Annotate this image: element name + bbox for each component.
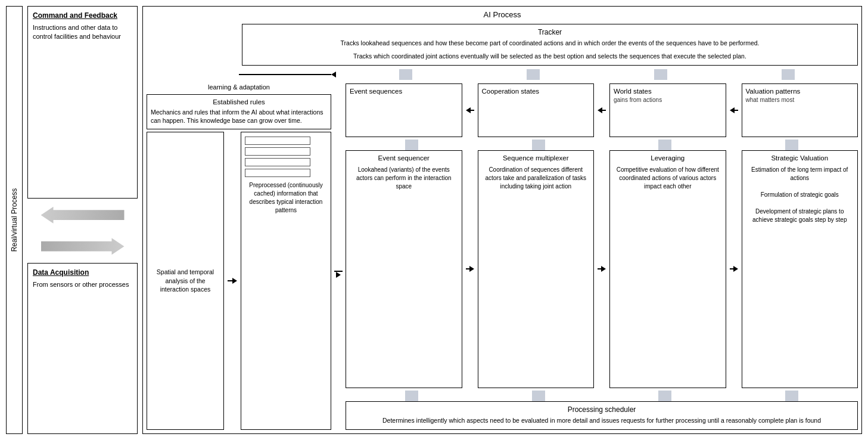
vert-bar-3 (654, 69, 667, 80)
preproc-text: Preprocessed (continuously cached) infor… (245, 181, 327, 215)
world-states-sub: gains from actions (614, 97, 722, 103)
process-row: Event sequencer Lookahead (variants) of … (346, 150, 858, 389)
world-states-box: World states gains from actions (609, 83, 726, 137)
command-feedback-title: Command and Feedback (33, 11, 132, 20)
strategic-valuation-box: Strategic Valuation Estimation of the lo… (742, 150, 858, 389)
real-virtual-label: Real/virtual Process (10, 188, 18, 252)
vert-bar-bot-4 (785, 391, 798, 401)
ai-process-title: AI Process (147, 10, 858, 19)
preproc-line-2 (245, 147, 310, 156)
vert-connectors-bot (346, 391, 858, 399)
data-arrow-row (27, 231, 138, 261)
leveraging-title: Leveraging (614, 154, 722, 162)
strategic-valuation-title: Strategic Valuation (746, 154, 854, 162)
left-middle-col: learning & adaptation Established rules … (147, 83, 331, 430)
leveraging-box: Leveraging Competitive evaluation of how… (609, 150, 726, 389)
arrow-head-to-command (331, 72, 336, 78)
seq-to-multi-arrow (465, 150, 475, 389)
state-row: Event sequences Cooperation states (346, 83, 858, 137)
tracker-line2: Tracks which coordinated joint actions e… (248, 52, 851, 61)
right-grid: Event sequences Cooperation states (346, 83, 858, 430)
vert-bar-mid-4 (785, 140, 798, 150)
multi-to-lever-arrow (596, 150, 607, 389)
world-to-coop-arrow (596, 83, 607, 137)
vert-bar-mid-2 (532, 140, 545, 150)
data-acquisition-text: From sensors or other processes (33, 280, 132, 289)
middle-arrow-col (334, 83, 343, 430)
event-sequences-title: Event sequences (350, 88, 458, 95)
event-sequencer-box: Event sequencer Lookahead (variants) of … (346, 150, 462, 389)
command-arrow-row (27, 200, 138, 230)
mid-arrow-head (336, 272, 341, 278)
cooperation-states-title: Cooperation states (482, 88, 590, 95)
arrow-line-horiz (239, 74, 331, 75)
spatial-preproc-arrow (226, 132, 238, 430)
vert-connectors-mid (346, 140, 858, 148)
spatial-box: Spatial and temporal analysis of the int… (147, 132, 224, 430)
middle-section: learning & adaptation Established rules … (147, 83, 858, 430)
vert-bar-mid-1 (405, 140, 418, 150)
valuation-to-world-arrow (729, 83, 739, 137)
command-arrow (41, 207, 125, 224)
vert-bar-1 (399, 69, 412, 80)
vert-connectors-top (336, 69, 858, 80)
learning-label: learning & adaptation (147, 83, 331, 91)
world-states-title: World states (614, 88, 722, 95)
vert-bar-4 (782, 69, 795, 80)
tracker-box: Tracker Tracks lookahead sequences and h… (242, 24, 858, 66)
scheduler-title: Processing scheduler (352, 405, 851, 414)
scheduler-box: Processing scheduler Determines intellig… (346, 401, 858, 430)
leveraging-text: Competitive evaluation of how different … (614, 166, 722, 191)
vert-bar-2 (527, 69, 540, 80)
coop-to-event-arrow (465, 83, 475, 137)
established-rules-title: Established rules (151, 98, 327, 106)
vert-bar-mid-3 (658, 140, 671, 150)
established-rules-text: Mechanics and rules that inform the AI a… (151, 108, 327, 125)
data-arrow (41, 238, 125, 255)
data-acquisition-title: Data Acquisition (33, 268, 132, 277)
strategic-valuation-text: Estimation of the long term impact of ac… (746, 166, 854, 224)
vert-bar-bot-3 (658, 391, 671, 401)
preproc-line-1 (245, 137, 310, 145)
preproc-box: Preprocessed (continuously cached) infor… (241, 132, 331, 430)
valuation-patterns-box: Valuation patterns what matters most (742, 83, 858, 137)
established-rules-box: Established rules Mechanics and rules th… (147, 94, 331, 129)
data-acquisition-box: Data Acquisition From sensors or other p… (27, 263, 138, 434)
tracker-line1: Tracks lookahead sequences and how these… (248, 39, 851, 48)
arrow-to-command (239, 72, 336, 78)
tracker-title: Tracker (248, 28, 851, 36)
main-container: Real/virtual Process Command and Feedbac… (0, 0, 868, 440)
event-sequencer-title: Event sequencer (350, 154, 458, 162)
lever-to-strategic-arrow (729, 150, 739, 389)
tracker-to-state-arrow-area (239, 68, 858, 81)
valuation-patterns-sub: what matters most (746, 97, 854, 103)
command-feedback-box: Command and Feedback Instructions and ot… (27, 6, 138, 199)
spatial-preproc-row: Spatial and temporal analysis of the int… (147, 132, 331, 430)
event-sequences-box: Event sequences (346, 83, 462, 137)
ai-process-area: AI Process Tracker Tracks lookahead sequ… (142, 6, 862, 434)
valuation-patterns-title: Valuation patterns (746, 88, 854, 95)
sequence-multiplexer-box: Sequence multiplexer Coordination of seq… (478, 150, 595, 389)
left-panels: Command and Feedback Instructions and ot… (27, 6, 138, 434)
sequence-multiplexer-title: Sequence multiplexer (482, 154, 590, 162)
cooperation-states-box: Cooperation states (478, 83, 595, 137)
real-virtual-label-col: Real/virtual Process (6, 6, 23, 434)
sequence-multiplexer-text: Coordination of sequences different acto… (482, 166, 590, 191)
spatial-text: Spatial and temporal analysis of the int… (151, 268, 220, 294)
vert-bar-bot-1 (405, 391, 418, 401)
preproc-line-4 (245, 169, 310, 177)
vert-bar-bot-2 (532, 391, 545, 401)
command-feedback-text: Instructions and other data to control f… (33, 23, 132, 42)
scheduler-text: Determines intelligently which aspects n… (352, 416, 851, 426)
preproc-line-3 (245, 158, 310, 166)
event-sequencer-text: Lookahead (variants) of the events actor… (350, 166, 458, 191)
